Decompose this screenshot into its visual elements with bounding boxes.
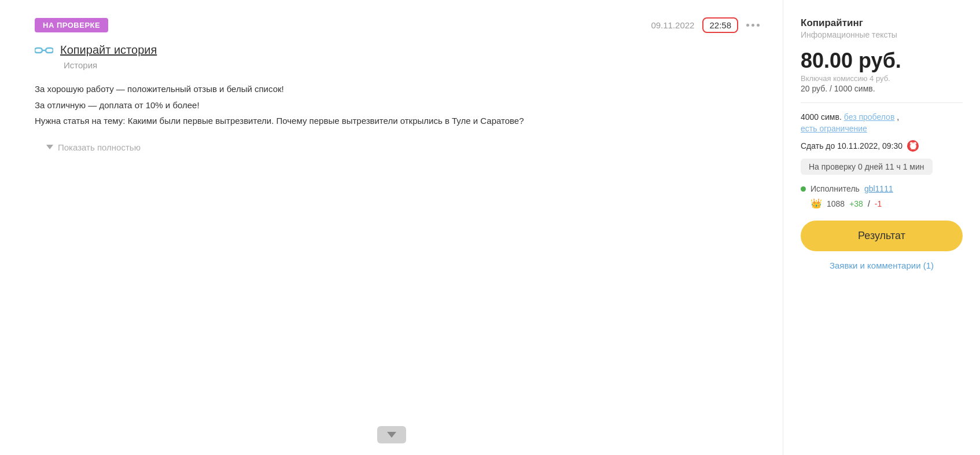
task-category: История bbox=[64, 60, 760, 70]
rating-separator: / bbox=[868, 199, 870, 208]
sidebar-price: 80.00 руб. bbox=[801, 49, 963, 73]
deadline-row: Сдать до 10.11.2022, 09:30 bbox=[801, 140, 963, 152]
dot-2 bbox=[751, 24, 754, 27]
sidebar-category: Копирайтинг bbox=[801, 17, 963, 29]
time-badge: 22:58 bbox=[702, 17, 738, 33]
header-right: 09.11.2022 22:58 bbox=[651, 17, 760, 33]
scroll-down-button[interactable] bbox=[377, 426, 406, 443]
show-more-label: Показать полностью bbox=[58, 142, 141, 152]
task-description: За хорошую работу — положительный отзыв … bbox=[35, 82, 760, 129]
header-row: НА ПРОВЕРКЕ 09.11.2022 22:58 bbox=[35, 17, 760, 33]
dot-1 bbox=[746, 24, 749, 27]
link-icon bbox=[35, 45, 53, 56]
executor-name[interactable]: gbl1111 bbox=[864, 184, 893, 193]
rating-row: 👑 1088 +38 / -1 bbox=[801, 198, 963, 209]
chars-link-restriction[interactable]: есть ограничение bbox=[801, 124, 867, 133]
status-badge: НА ПРОВЕРКЕ bbox=[35, 18, 108, 32]
chars-comma: , bbox=[897, 112, 899, 122]
chevron-down-icon bbox=[46, 145, 53, 149]
sidebar-commission: Включая комиссию 4 руб. bbox=[801, 74, 963, 83]
review-badge: На проверку 0 дней 11 ч 1 мин bbox=[801, 159, 933, 175]
desc-line-2: За отличную — доплата от 10% и более! bbox=[35, 98, 760, 113]
chars-link-no-spaces[interactable]: без пробелов bbox=[844, 112, 895, 122]
rating-score: 1088 bbox=[827, 199, 845, 208]
show-more[interactable]: Показать полностью bbox=[46, 142, 760, 152]
sidebar-subcategory: Информационные тексты bbox=[801, 30, 963, 39]
sidebar-per-1000: 20 руб. / 1000 симв. bbox=[801, 84, 963, 93]
deadline-label: Сдать до 10.11.2022, 09:30 bbox=[801, 141, 902, 151]
chars-value: 4000 симв. bbox=[801, 112, 842, 122]
svg-rect-0 bbox=[35, 48, 42, 53]
executor-label: Исполнитель bbox=[810, 184, 860, 193]
svg-rect-1 bbox=[46, 48, 53, 53]
sidebar: Копирайтинг Информационные тексты 80.00 … bbox=[783, 0, 980, 455]
desc-line-3: Нужна статья на тему: Какими были первые… bbox=[35, 113, 760, 129]
comments-link[interactable]: Заявки и комментарии (1) bbox=[801, 260, 963, 270]
dot-3 bbox=[757, 24, 760, 27]
main-panel: НА ПРОВЕРКЕ 09.11.2022 22:58 Коп bbox=[0, 0, 783, 455]
desc-line-1: За хорошую работу — положительный отзыв … bbox=[35, 82, 760, 97]
task-title[interactable]: Копирайт история bbox=[60, 43, 157, 57]
result-button[interactable]: Результат bbox=[801, 221, 963, 251]
chars-row: 4000 симв. без пробелов , есть ограничен… bbox=[801, 112, 963, 133]
date-text: 09.11.2022 bbox=[651, 20, 694, 30]
sidebar-divider bbox=[801, 102, 963, 103]
dots-menu[interactable] bbox=[746, 24, 760, 27]
crown-icon: 👑 bbox=[810, 198, 822, 209]
rating-negative: -1 bbox=[875, 199, 882, 208]
executor-row: Исполнитель gbl1111 bbox=[801, 184, 963, 193]
title-row: Копирайт история bbox=[35, 43, 760, 57]
clock-icon bbox=[907, 140, 919, 152]
chevron-down-white-icon bbox=[387, 432, 396, 438]
rating-positive: +38 bbox=[849, 199, 863, 208]
executor-online-dot bbox=[801, 186, 806, 192]
